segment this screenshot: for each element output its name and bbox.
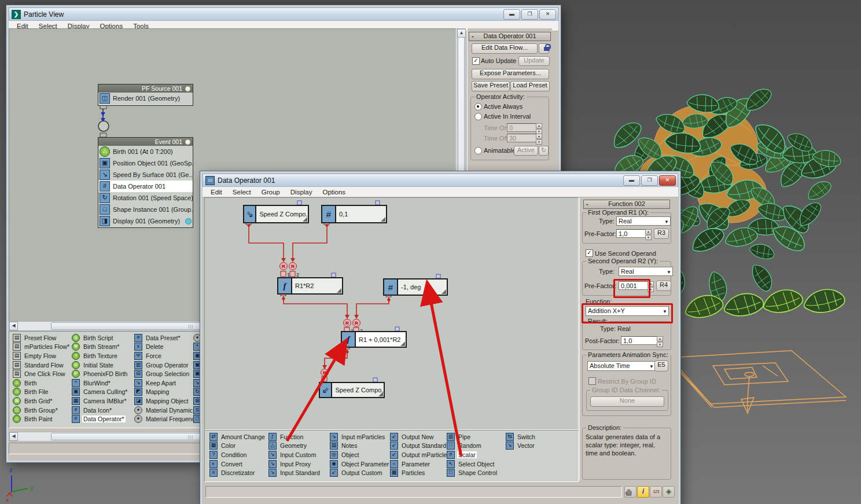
depot-item[interactable]: ●Material Frequency	[134, 414, 199, 424]
load-preset-button[interactable]: Load Preset	[510, 81, 550, 91]
depot-item[interactable]: ∷Random	[447, 442, 498, 451]
depot-item[interactable]: ●Material Dynamic	[134, 406, 199, 415]
maximize-button[interactable]: ❐	[521, 9, 538, 20]
menu-item-options[interactable]: Options	[318, 188, 350, 196]
event-operator-row[interactable]: ▣Position Object 001 (GeoSp...	[98, 157, 193, 169]
depot-item[interactable]: ◔Birth Texture	[72, 351, 128, 360]
time-off-spinner[interactable]: ▲▼	[536, 134, 542, 145]
depot-item[interactable]: #Data Icon*	[72, 406, 128, 415]
depot-item[interactable]: #Data Preset*	[134, 333, 199, 343]
depot-item[interactable]: ?Condition	[209, 450, 266, 459]
second-pre-factor-field[interactable]: 0,001	[619, 281, 650, 290]
depot-item[interactable]: #Scalar	[447, 450, 498, 459]
depot-item[interactable]: ΨForce	[134, 351, 199, 360]
e5-button[interactable]: E5	[654, 360, 668, 371]
particle-view-titlebar[interactable]: ❯ Particle View ▬ ❐ ✕	[9, 8, 558, 21]
r3-button[interactable]: R3	[654, 229, 669, 239]
none-button[interactable]: None	[590, 396, 664, 407]
scalar-node-01[interactable]: # 0,1	[321, 205, 387, 223]
depot-item[interactable]: ◪Mapping Object	[134, 396, 199, 406]
depot-item[interactable]: ▤Preset Flow	[13, 333, 71, 343]
depot-item[interactable]: *BlurWind*	[72, 378, 128, 388]
depot-item[interactable]: ▦Camera IMBlur*	[72, 396, 128, 406]
second-pre-factor-spinner[interactable]: ▲▼	[647, 281, 654, 292]
depot-item[interactable]: ↘Keep Apart	[134, 378, 199, 388]
active-in-interval-radio[interactable]	[474, 113, 482, 120]
event-operator-row[interactable]: □Shape Instance 001 (Group...	[98, 204, 193, 215]
depot-item[interactable]: ∴Birth	[13, 378, 71, 388]
values-icon[interactable]: 123	[650, 486, 662, 498]
r4-button[interactable]: R4	[656, 281, 671, 291]
menu-item-display[interactable]: Display	[286, 188, 317, 196]
data-operator-canvas[interactable]: RR RR R 12 12	[204, 197, 579, 430]
depot-item[interactable]: ◐Convert	[209, 459, 266, 469]
depot-item[interactable]: ↖Select Object	[447, 459, 498, 469]
first-pre-factor-field[interactable]: 1,0	[616, 229, 647, 238]
depot-item[interactable]: ↙Output mParticles	[390, 450, 451, 459]
depot-item[interactable]: ▤Standard Flow	[13, 360, 71, 370]
event-operator-row[interactable]: ∴Birth 001 (At 0 T:200)	[98, 146, 193, 157]
save-preset-button[interactable]: Save Preset	[472, 81, 510, 91]
depot-item[interactable]: ↘Vector	[506, 442, 536, 451]
event-operator-row[interactable]: #Data Operator 001	[98, 181, 193, 192]
update-button[interactable]: Update	[518, 56, 550, 66]
depot-item[interactable]: PPhoenixFD Birth	[72, 369, 128, 378]
lightbulb-icon[interactable]	[185, 139, 191, 145]
depot-item[interactable]: =Parameter	[390, 459, 451, 469]
depot-item[interactable]: ∴Birth Paint	[13, 414, 71, 424]
event-operator-row[interactable]: ↘Speed By Surface 001 (Ge...	[98, 169, 193, 181]
depot-item[interactable]: ↘Input Proxy	[268, 459, 321, 469]
depot-item[interactable]: ⇆Switch	[506, 432, 536, 442]
data-operator-titlebar[interactable]: 10 Data Operator 001 ▬ ❐ ✕	[203, 174, 678, 187]
active-always-radio[interactable]	[474, 103, 482, 111]
lock-button[interactable]	[539, 43, 549, 54]
expose-parameters-button[interactable]: Expose Parameters...	[472, 69, 549, 79]
depot-item[interactable]: #Data Operator*	[72, 414, 128, 424]
depot-item[interactable]: ↙Output New	[390, 432, 451, 442]
animatable-radio[interactable]	[474, 147, 482, 154]
function-node-r1r2[interactable]: f R1*R2	[277, 277, 343, 295]
minimize-button[interactable]: ▬	[623, 175, 640, 186]
depot-item[interactable]: ↘Input Standard	[268, 468, 321, 477]
event-operator-row[interactable]: ◫Render 001 (Geometry)	[98, 93, 193, 104]
close-button[interactable]: ✕	[659, 175, 676, 186]
time-on-spinner[interactable]: ▲▼	[536, 123, 542, 134]
pf-source-node[interactable]: PF Source 001 ◫Render 001 (Geometry)	[98, 84, 193, 106]
depot-item[interactable]: ▤mParticles Flow*	[13, 343, 71, 352]
depot-compass-icon[interactable]: ◈	[663, 486, 675, 498]
post-factor-spinner[interactable]: ▲▼	[657, 336, 663, 347]
animate-loop-icon[interactable]: ↻	[539, 146, 549, 156]
depot-item[interactable]: ≡Discretizator	[209, 468, 266, 477]
depot-item[interactable]: ↙Output Standard	[390, 442, 451, 451]
first-pre-factor-spinner[interactable]: ▲▼	[645, 229, 652, 240]
depot-item[interactable]: ⇄Amount Change	[209, 432, 266, 442]
function-combo[interactable]: Addition X+Y▼	[586, 306, 669, 316]
maximize-button[interactable]: ❐	[641, 175, 658, 186]
close-button[interactable]: ✕	[539, 9, 556, 20]
menu-item-select[interactable]: Select	[228, 188, 256, 196]
event-operator-row[interactable]: ↻Rotation 001 (Speed Space)	[98, 192, 193, 204]
depot-item[interactable]: □Shape Control	[447, 468, 498, 477]
depot-item[interactable]: ▤One Click Flow	[13, 369, 71, 378]
menu-item-edit[interactable]: Edit	[206, 188, 227, 196]
depot-item[interactable]: ▦Color	[209, 442, 266, 451]
depot-item[interactable]: ⊙Initial State	[72, 360, 128, 370]
depot-item[interactable]: ▩Particles	[390, 468, 451, 477]
depot-item[interactable]: ◎Object	[330, 450, 390, 459]
depot-item[interactable]: ↙Output Custom	[330, 468, 390, 477]
function-node-addition[interactable]: f R1 + 0,001*R2	[341, 331, 407, 348]
depot-item[interactable]: xDelete	[134, 343, 199, 352]
lightbulb-icon[interactable]	[185, 86, 191, 92]
minimize-button[interactable]: ▬	[503, 9, 520, 20]
event-node[interactable]: Event 001 ∴Birth 001 (At 0 T:200)▣Positi…	[98, 137, 193, 228]
time-on-field[interactable]: 0	[507, 123, 538, 132]
depot-item[interactable]: ◉Object Parameter	[330, 459, 390, 469]
depot-item[interactable]: SBirth Script	[72, 333, 128, 343]
anim-sync-combo[interactable]: Absolute Time▼	[587, 361, 656, 371]
post-factor-field[interactable]: 1,0	[621, 336, 659, 345]
scroll-left-arrow[interactable]: ◀	[9, 322, 18, 330]
event-operator-row[interactable]: ◨Display 001 (Geometry)	[98, 215, 193, 227]
input-standard-node[interactable]: ⇘ Speed Z Compo...	[243, 205, 309, 223]
menu-item-group[interactable]: Group	[257, 188, 285, 196]
depot-item[interactable]: ▣Camera Culling*	[72, 388, 128, 397]
